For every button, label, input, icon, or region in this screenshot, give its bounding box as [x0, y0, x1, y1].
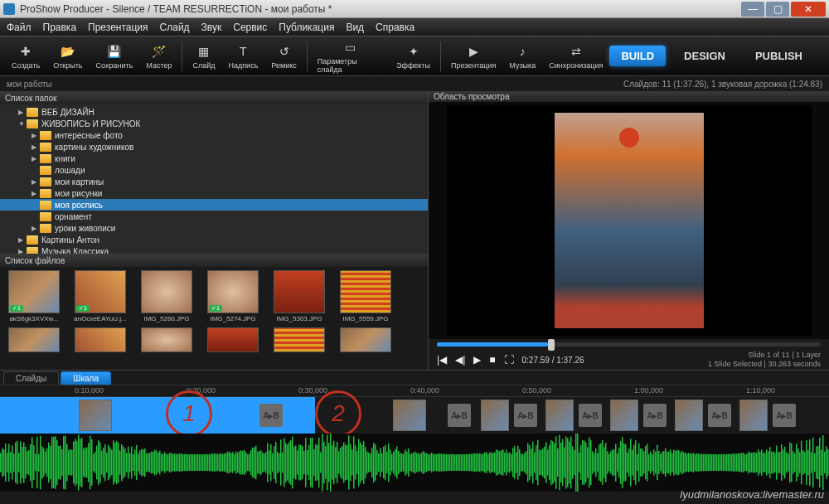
folder-tree-item[interactable]: ▶Картины Антон [0, 234, 428, 245]
tool-button[interactable]: ✦Эффекты [390, 41, 437, 71]
file-thumbnail[interactable]: IMG_5559.JPG [335, 270, 396, 322]
maximize-button[interactable]: ▢ [766, 2, 789, 17]
tab-scale[interactable]: Шкала [61, 371, 111, 385]
tree-arrow-icon[interactable]: ▶ [18, 109, 27, 116]
folder-tree-item[interactable]: лошади [0, 164, 428, 176]
file-thumbnail[interactable]: ✓1akS6gk3XVXw... [3, 270, 65, 322]
timeline-slide[interactable] [675, 400, 703, 431]
tab-slides[interactable]: Слайды [3, 371, 59, 385]
tree-arrow-icon[interactable]: ▼ [18, 120, 27, 128]
timeline-transition[interactable]: A▸B [448, 404, 471, 427]
tool-button[interactable]: ▭Параметры слайда [311, 37, 390, 75]
timeline-transition[interactable]: A▸B [514, 404, 537, 427]
timeline-transition[interactable]: A▸B [579, 404, 602, 427]
svg-rect-281 [464, 454, 466, 471]
mode-build[interactable]: BUILD [609, 46, 666, 66]
svg-rect-20 [32, 437, 33, 487]
svg-rect-136 [224, 453, 225, 472]
file-thumbnail[interactable] [70, 327, 131, 352]
svg-rect-329 [544, 447, 545, 478]
file-thumbnail[interactable] [136, 327, 197, 352]
tool-button[interactable]: ✚Создать [5, 41, 46, 71]
play-button[interactable]: ▶ [473, 354, 481, 366]
menu-slide[interactable]: Слайд [160, 22, 190, 33]
tool-label: Открыть [53, 61, 82, 70]
close-button[interactable]: ✕ [791, 2, 826, 17]
step-back-button[interactable]: ◀| [455, 354, 465, 366]
svg-rect-58 [95, 452, 96, 473]
menu-view[interactable]: Вид [346, 22, 364, 33]
mode-design[interactable]: DESIGN [672, 46, 737, 66]
tool-button[interactable]: ⇄Синхронизация [542, 41, 609, 71]
tree-arrow-icon[interactable]: ▶ [32, 178, 40, 186]
folder-tree-item[interactable]: орнамент [0, 211, 428, 222]
svg-rect-347 [574, 450, 575, 475]
menu-edit[interactable]: Правка [43, 22, 77, 33]
folder-tree-item[interactable]: ▶картины художников [0, 141, 428, 153]
file-thumbnail[interactable] [202, 327, 264, 352]
tree-arrow-icon[interactable]: ▶ [32, 225, 40, 232]
timeline-slide[interactable] [79, 400, 112, 431]
time-ruler[interactable]: 0:10,0000:20,0000:30,0000:40,0000:50,000… [0, 385, 829, 397]
file-thumbnail[interactable] [3, 327, 65, 352]
tool-button[interactable]: ТНадпись [221, 41, 264, 71]
file-browser[interactable]: ✓1akS6gk3XVXw...✓1anOcxeEAYuU.j...IMG_52… [0, 267, 428, 370]
preview-canvas[interactable] [447, 105, 812, 336]
menu-service[interactable]: Сервис [233, 22, 267, 33]
mode-publish[interactable]: PUBLISH [744, 46, 814, 66]
folder-tree-item[interactable]: ▶мои картины [0, 176, 428, 187]
tool-button[interactable]: ↺Ремикс [264, 41, 303, 71]
folder-tree-item[interactable]: ▶интересные фото [0, 129, 428, 141]
folder-icon [40, 201, 51, 210]
tool-button[interactable]: ♪Музыка [502, 41, 542, 71]
menu-publish[interactable]: Публикация [279, 22, 334, 33]
tree-arrow-icon[interactable]: ▶ [18, 236, 27, 244]
tool-button[interactable]: 💾Сохранить [90, 41, 140, 71]
timeline-slide[interactable] [739, 400, 768, 431]
timeline-transition[interactable]: A▸B [259, 404, 283, 427]
svg-rect-151 [249, 453, 250, 472]
timeline-slide[interactable] [545, 400, 574, 431]
seek-bar[interactable] [437, 342, 821, 346]
tree-arrow-icon[interactable]: ▶ [18, 248, 27, 254]
menu-sound[interactable]: Звук [201, 22, 222, 33]
tool-button[interactable]: 📂Открыть [46, 41, 89, 71]
tool-button[interactable]: 🪄Мастер [139, 41, 178, 71]
fullscreen-button[interactable]: ⛶ [504, 354, 514, 366]
tree-arrow-icon[interactable]: ▶ [32, 143, 40, 151]
file-thumbnail[interactable]: ✓1anOcxeEAYuU.j... [70, 270, 131, 322]
folder-tree-item[interactable]: моя роспись [0, 199, 428, 211]
menu-help[interactable]: Справка [376, 22, 414, 33]
audio-waveform[interactable] [0, 434, 829, 492]
folder-tree-item[interactable]: ▶мои рисунки [0, 187, 428, 199]
timeline-transition[interactable]: A▸B [773, 404, 796, 427]
folder-tree[interactable]: ▶ВЕБ ДИЗАЙН▼ЖИВОПИСЬ И РИСУНОК▶интересны… [0, 104, 428, 254]
folder-tree-item[interactable]: ▶ВЕБ ДИЗАЙН [0, 106, 428, 118]
folder-tree-item[interactable]: ▶уроки живописи [0, 222, 428, 234]
menu-file[interactable]: Файл [7, 22, 32, 33]
tree-arrow-icon[interactable]: ▶ [32, 132, 40, 139]
file-thumbnail[interactable]: IMG_5260.JPG [136, 270, 197, 322]
folder-tree-item[interactable]: ▶книги [0, 153, 428, 164]
minimize-button[interactable]: — [741, 2, 764, 17]
folder-tree-item[interactable]: ▼ЖИВОПИСЬ И РИСУНОК [0, 118, 428, 129]
prev-button[interactable]: |◀ [437, 354, 447, 366]
menu-presentation[interactable]: Презентация [88, 22, 148, 33]
timeline-slide[interactable] [610, 400, 638, 431]
timeline-slide[interactable] [481, 400, 509, 431]
tree-arrow-icon[interactable]: ▶ [32, 155, 40, 162]
slide-track[interactable]: A▸B A▸B A▸B A▸B A▸B A▸B A▸B 1 2 [0, 397, 829, 434]
tool-button[interactable]: ▦Слайд [186, 41, 221, 71]
timeline-transition[interactable]: A▸B [708, 404, 731, 427]
file-thumbnail[interactable] [335, 327, 396, 352]
timeline-slide[interactable] [393, 400, 426, 431]
file-thumbnail[interactable]: IMG_5303.JPG [269, 270, 330, 322]
stop-button[interactable]: ■ [489, 354, 495, 366]
folder-tree-item[interactable]: ▶Музыка Классика [0, 245, 428, 254]
file-thumbnail[interactable]: ✓1IMG_5274.JPG [202, 270, 264, 322]
seek-handle[interactable] [548, 339, 555, 351]
tree-arrow-icon[interactable]: ▶ [32, 190, 40, 197]
tool-button[interactable]: ▶Презентация [444, 41, 502, 71]
timeline-transition[interactable]: A▸B [643, 404, 667, 427]
file-thumbnail[interactable] [269, 327, 330, 352]
